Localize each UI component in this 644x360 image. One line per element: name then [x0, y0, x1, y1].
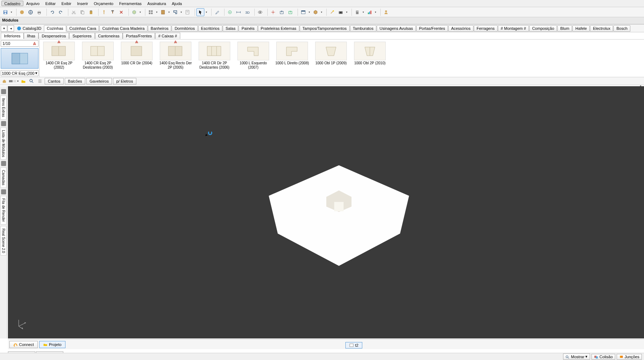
subtab-despenseiros[interactable]: Despenseiros [38, 33, 69, 39]
tab-banheiros[interactable]: Banheiros [148, 25, 172, 32]
tab-paineis[interactable]: Painéis [239, 25, 257, 32]
window-icon[interactable] [299, 8, 307, 16]
gallery-item[interactable]: ⩓ 1400 Esq Recto Der 2P (2005) [156, 40, 195, 77]
copy-icon[interactable] [78, 8, 86, 16]
window-dropdown-icon[interactable]: ▾ [308, 11, 311, 14]
export-icon[interactable] [278, 8, 286, 16]
menu-exibir[interactable]: Exibir [59, 1, 74, 6]
gallery-item[interactable]: 1000 Obl 1P (2009) [312, 40, 350, 77]
gallery-item[interactable]: ⩓ 1400 CR Esq 2P (2002) [40, 40, 78, 77]
3d-viewport[interactable] [8, 86, 644, 338]
back-button[interactable]: ◂ [8, 25, 14, 32]
tab-electrolux[interactable]: Electrolux [590, 25, 613, 32]
subtab-superiores[interactable]: Superiores [69, 33, 95, 39]
save-dropdown-icon[interactable]: ▾ [10, 11, 13, 14]
tab-tampos[interactable]: Tampos/Tamponamentos [300, 25, 350, 32]
hammer-icon[interactable] [109, 8, 117, 16]
scene-tab-balcoes[interactable]: Balcões [65, 78, 85, 84]
subtab-portas-frentes[interactable]: Portas/Frentes [123, 33, 155, 39]
cube-icon[interactable] [312, 8, 319, 16]
house-icon[interactable] [1, 78, 8, 84]
subtab-caixas[interactable]: # Caixas # [155, 33, 180, 39]
search-icon[interactable] [28, 78, 35, 84]
notes-icon[interactable] [183, 8, 191, 16]
cut-icon[interactable] [70, 8, 78, 16]
tab-acessorios[interactable]: Acessórios [448, 25, 473, 32]
juncoes-button[interactable]: Junções [617, 354, 642, 360]
scene-tab-cantos[interactable]: Cantos [45, 78, 64, 84]
tab-composicao[interactable]: Composição [529, 25, 557, 32]
dropper-icon[interactable] [213, 8, 221, 16]
tab-ferragens[interactable]: Ferragens [474, 25, 498, 32]
segment-dropdown-icon[interactable]: ▾ [17, 80, 19, 83]
building-icon[interactable] [353, 8, 361, 16]
wardrobe-dropdown-icon[interactable]: ▾ [168, 11, 171, 14]
tab-escritorios[interactable]: Escritórios [198, 25, 222, 32]
gallery-item[interactable]: 1000 L Esquerdo (2007) [234, 40, 273, 77]
target-icon[interactable] [226, 8, 234, 16]
wand-icon[interactable] [328, 8, 336, 16]
chart-dropdown-icon[interactable]: ▾ [374, 11, 377, 14]
shape-dropdown-icon[interactable]: ▾ [180, 11, 183, 14]
gallery-item[interactable]: 1000 Obl 2P (2010) [350, 40, 389, 77]
mostrar-button[interactable]: Mostrar ▾ [563, 354, 590, 360]
tab-blum[interactable]: Blum [557, 25, 572, 32]
room-model[interactable] [267, 162, 411, 269]
cube-dropdown-icon[interactable]: ▾ [320, 11, 323, 14]
menu-orcamento[interactable]: Orçamento [91, 1, 116, 6]
colisao-button[interactable]: Colisão [591, 354, 615, 360]
gallery-item[interactable]: 1000 L Direito (2008) [273, 40, 312, 77]
undo-icon[interactable] [48, 8, 56, 16]
tab-cozinhas-cava[interactable]: Cozinhas Cava [67, 25, 99, 32]
selected-module-thumbnail[interactable] [1, 48, 38, 69]
chart-icon[interactable] [366, 8, 373, 16]
gallery-item[interactable]: 1400 CR Dir 2P Deslizantes (2006) [195, 40, 234, 77]
tab-tamburatos[interactable]: Tamburatos [350, 25, 376, 32]
3d-icon[interactable]: 3D [243, 8, 251, 16]
catalog-dropdown-button[interactable]: ▾ [1, 25, 7, 32]
tab-montagem[interactable]: # Montagem # [498, 25, 529, 32]
menu-assinatura[interactable]: Assinatura [145, 1, 169, 6]
flashlight-icon[interactable] [100, 8, 108, 16]
subtab-ilhas[interactable]: Ilhas [24, 33, 38, 39]
box-dropdown-icon[interactable]: ▾ [139, 11, 142, 14]
subtab-inferiores[interactable]: Inferiores [1, 33, 24, 39]
shape-icon[interactable] [171, 8, 179, 16]
axis-gizmo[interactable] [15, 315, 30, 330]
folder-icon[interactable] [20, 78, 27, 84]
grid-dropdown-icon[interactable]: ▾ [155, 11, 158, 14]
tab-prateleiras[interactable]: Prateleiras Externas [258, 25, 299, 32]
tab-bosch[interactable]: Bosch [613, 25, 630, 32]
menu-ajuda[interactable]: Ajuda [169, 1, 185, 6]
tab-salas[interactable]: Salas [223, 25, 239, 32]
sidebar-lista-modulos[interactable]: Lista de Módulos [0, 128, 6, 160]
sidebar-fila-render[interactable]: Fila de Render [0, 196, 6, 225]
gallery-dropdown[interactable]: 1000 CR Esq (200 ▾ [1, 70, 38, 76]
delete-icon[interactable] [117, 8, 125, 16]
sidebar-toggle-icon[interactable] [1, 89, 6, 94]
pointer-dropdown-icon[interactable]: ▾ [205, 11, 208, 14]
tab-portas-frentes[interactable]: Portas/Frentes [416, 25, 448, 32]
scene-tab-gaveteiros[interactable]: Gaveteiros [86, 78, 112, 84]
sidebar-toggle-icon[interactable] [1, 121, 6, 126]
tab-hafele[interactable]: Hafele [572, 25, 590, 32]
t2-scene-tab[interactable]: t2 [345, 342, 362, 349]
sidebar-itens-extras[interactable]: Itens Extras [0, 96, 6, 120]
dimension-icon[interactable] [235, 8, 242, 16]
sidebar-toggle-icon[interactable] [1, 189, 6, 194]
sidebar-real-scene[interactable]: Real Scene 2.0 [0, 226, 6, 255]
paste-icon[interactable] [87, 8, 95, 16]
segment-control[interactable] [9, 78, 16, 84]
pointer-icon[interactable] [196, 8, 204, 16]
camera-dropdown-icon[interactable]: ▾ [345, 11, 348, 14]
projeto-tab[interactable]: Projeto [39, 341, 65, 348]
tab-cozinhas-cava-madeira[interactable]: Cozinhas Cava Madeira [99, 25, 147, 32]
print-icon[interactable] [35, 8, 43, 16]
wardrobe-icon[interactable] [159, 8, 167, 16]
tab-usinagens[interactable]: Usinagens Avulsas [377, 25, 416, 32]
user-icon[interactable] [382, 8, 390, 16]
redo-icon[interactable] [57, 8, 65, 16]
box-icon[interactable] [130, 8, 138, 16]
menu-inserir[interactable]: Inserir [74, 1, 91, 6]
camera-icon[interactable] [337, 8, 345, 16]
